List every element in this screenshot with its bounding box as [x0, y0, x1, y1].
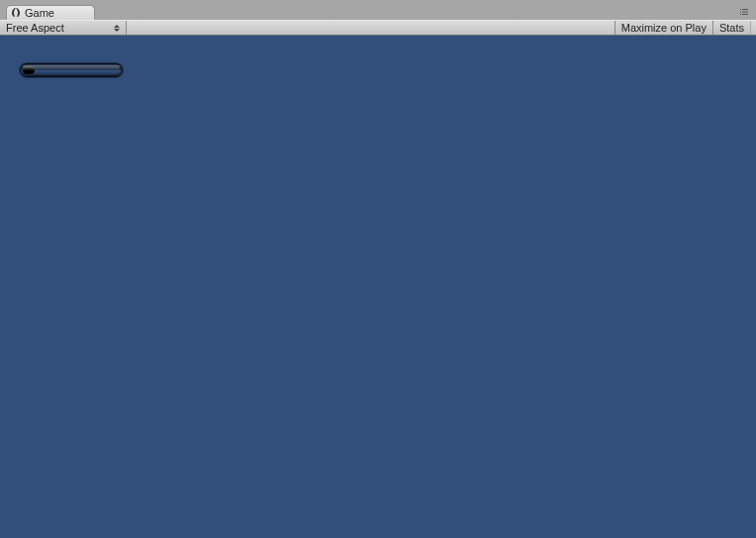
svg-rect-5: [742, 14, 748, 15]
svg-rect-1: [742, 9, 748, 10]
unity-logo-icon: [11, 8, 21, 18]
game-toolbar: Free Aspect Maximize on Play Stats: [0, 20, 756, 36]
dropdown-caret-icon: [113, 23, 121, 33]
tab-game[interactable]: Game: [6, 5, 95, 20]
svg-rect-3: [742, 12, 748, 13]
panel-options-icon[interactable]: [736, 7, 752, 17]
maximize-on-play-toggle[interactable]: Maximize on Play: [614, 21, 712, 35]
progress-fill: [23, 66, 35, 74]
aspect-ratio-dropdown[interactable]: Free Aspect: [0, 21, 127, 35]
toolbar-spacer: [127, 21, 614, 35]
progress-bar: [20, 63, 123, 77]
tab-label: Game: [25, 7, 54, 20]
stats-label: Stats: [719, 22, 744, 34]
toolbar-tail: [750, 21, 756, 35]
progress-gloss: [23, 65, 120, 70]
aspect-ratio-label: Free Aspect: [6, 22, 64, 34]
maximize-on-play-label: Maximize on Play: [621, 22, 707, 34]
svg-rect-4: [740, 14, 741, 15]
stats-toggle[interactable]: Stats: [712, 21, 750, 35]
progress-track: [20, 63, 123, 77]
svg-rect-2: [740, 12, 741, 13]
svg-rect-0: [740, 9, 741, 10]
tab-strip: Game: [0, 5, 756, 20]
game-viewport: [0, 36, 756, 538]
